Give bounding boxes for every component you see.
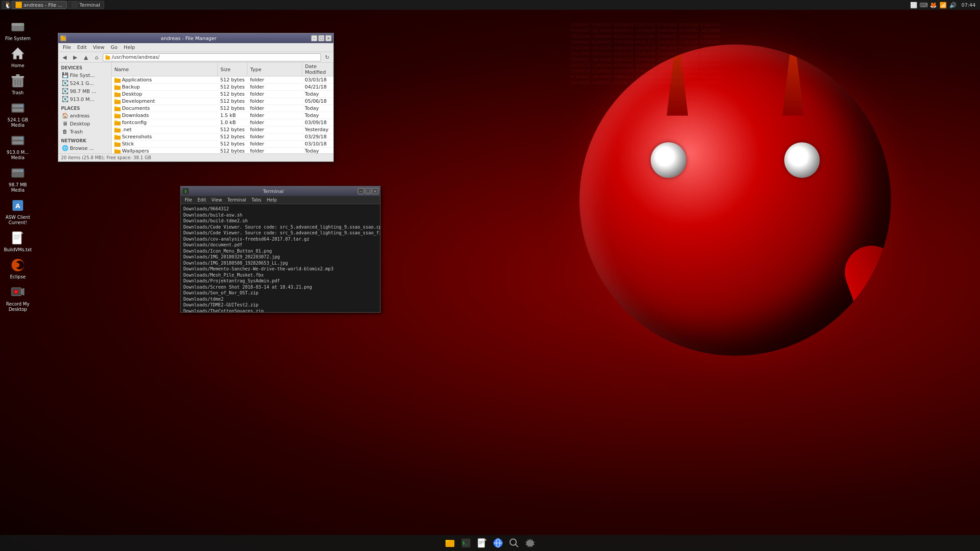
terminal-menu-help[interactable]: Help — [264, 197, 279, 203]
dock-terminal-icon[interactable]: $_ — [460, 537, 472, 549]
terminal-line: Downloads/Screen Shot 2018-03-14 at 10.4… — [183, 284, 377, 290]
dock-browser-icon[interactable] — [492, 537, 504, 549]
svg-rect-44 — [114, 93, 121, 97]
media3-icon — [10, 165, 26, 181]
table-row[interactable]: fontconfig1.0 kBfolder03/09/18 — [112, 119, 333, 126]
close-button[interactable]: × — [325, 35, 332, 41]
clock: 07:44 — [959, 2, 978, 8]
sidebar-filesystem[interactable]: 💾 File Syst... — [58, 71, 111, 79]
location-bar[interactable]: /usr/home/andreas/ — [103, 53, 321, 61]
table-row[interactable]: Wallpapers512 bytesfolderToday — [112, 148, 333, 154]
file-name-cell: Screenshots — [112, 133, 218, 141]
display-settings-icon[interactable]: ⬜ — [910, 1, 918, 9]
sidebar-device-913[interactable]: 💽 913.0 M... — [58, 95, 111, 103]
file-name-cell: .net — [112, 126, 218, 133]
svg-rect-54 — [114, 129, 121, 133]
svg-rect-56 — [114, 136, 121, 140]
col-name[interactable]: Name — [112, 63, 218, 76]
up-button[interactable]: ▲ — [81, 53, 90, 62]
desktop-icon-media1[interactable]: 524.1 GB Media — [2, 98, 34, 130]
svg-rect-61 — [114, 149, 117, 150]
dock-search-icon[interactable] — [508, 537, 520, 549]
table-row[interactable]: Downloads1.5 kBfolderToday — [112, 112, 333, 119]
dock-files-icon[interactable] — [444, 537, 456, 549]
desktop-icon-buildvms[interactable]: BuildVMs.txt — [2, 228, 34, 254]
file-name-cell: Applications — [112, 76, 218, 84]
file-size-cell: 512 bytes — [218, 133, 247, 141]
dock-text-editor-icon[interactable] — [476, 537, 488, 549]
home-label: Home — [11, 63, 24, 68]
taskbar-top: 🐧 andreas - File ... Terminal ⬜ ⌨ 🦊 📶 🔊 … — [0, 0, 980, 10]
network-icon[interactable]: 📶 — [939, 1, 947, 9]
desktop-icon-media3[interactable]: 98.7 MB Media — [2, 163, 34, 195]
file-size-cell: 512 bytes — [218, 76, 247, 84]
asw-client-label: ASW Client Current! — [4, 215, 32, 225]
file-type-cell: folder — [247, 105, 302, 112]
col-type[interactable]: Type — [247, 63, 302, 76]
table-row[interactable]: Documents512 bytesfolderToday — [112, 105, 333, 112]
menu-view[interactable]: View — [90, 44, 107, 51]
sidebar-device-524[interactable]: 💽 524.1 G... — [58, 79, 111, 87]
terminal-menu-view[interactable]: View — [209, 197, 224, 203]
taskbar-top-left: 🐧 andreas - File ... Terminal — [2, 1, 909, 9]
taskbar-bottom: $_ — [0, 535, 980, 551]
home-button[interactable]: ⌂ — [92, 53, 101, 62]
maximize-button[interactable]: □ — [318, 35, 324, 41]
taskbar-file-manager-btn[interactable]: andreas - File ... — [12, 1, 67, 9]
desktop-icon-asw-client[interactable]: A ASW Client Current! — [2, 196, 34, 227]
terminal-menu-file[interactable]: File — [182, 197, 194, 203]
sidebar-network-browse[interactable]: 🌐 Browse ... — [58, 144, 111, 152]
table-row[interactable]: Backup512 bytesfolder04/21/18 — [112, 84, 333, 91]
menu-help[interactable]: Help — [121, 44, 138, 51]
desktop-icon-record-my-desktop[interactable]: Record My Desktop — [2, 282, 34, 314]
statusbar-text: 20 items (25.8 MB); Free space: 38.1 GB — [61, 155, 151, 160]
svg-marker-33 — [21, 288, 24, 295]
terminal-line: Downloads/Icon_Menu_Button_01.png — [183, 248, 377, 254]
terminal-menu-terminal[interactable]: Terminal — [225, 197, 248, 203]
back-button[interactable]: ◀ — [60, 53, 69, 62]
menu-edit[interactable]: Edit — [74, 44, 89, 51]
sidebar-places-desktop[interactable]: 🖥 Desktop — [58, 120, 111, 128]
firefox-icon[interactable]: 🦊 — [929, 1, 937, 9]
desktop-icon-home[interactable]: Home — [2, 44, 34, 70]
desktop-icon-media2[interactable]: 913.0 M... Media — [2, 131, 34, 162]
table-row[interactable]: Development512 bytesfolder05/06/18 — [112, 98, 333, 105]
desktop-icon-trash[interactable]: Trash — [2, 71, 34, 97]
app-menu-button[interactable]: 🐧 — [2, 1, 11, 9]
desktop-icon-eclipse[interactable]: Eclipse — [2, 255, 34, 282]
media1-icon — [10, 100, 26, 116]
file-size-cell: 512 bytes — [218, 148, 247, 154]
keyboard-icon[interactable]: ⌨ — [919, 1, 927, 9]
taskbar-terminal-btn[interactable]: Terminal — [68, 1, 105, 9]
col-size[interactable]: Size — [218, 63, 247, 76]
trash-places-icon: 🗑 — [62, 129, 68, 135]
svg-rect-43 — [114, 85, 117, 86]
minimize-button[interactable]: – — [311, 35, 317, 41]
table-row[interactable]: Desktop512 bytesfolderToday — [112, 91, 333, 98]
file-date-cell: 03/03/18 — [302, 76, 333, 84]
menu-file[interactable]: File — [60, 44, 73, 51]
table-row[interactable]: Screenshots512 bytesfolder03/29/18 — [112, 133, 333, 141]
terminal-maximize-button[interactable]: □ — [365, 188, 371, 194]
table-row[interactable]: Applications512 bytesfolder03/03/18 — [112, 76, 333, 84]
table-row[interactable]: Stick512 bytesfolder03/10/18 — [112, 141, 333, 148]
table-row[interactable]: .net512 bytesfolderYesterday — [112, 126, 333, 133]
volume-icon[interactable]: 🔊 — [949, 1, 957, 9]
sidebar-device-98[interactable]: 💽 98.7 MB ... — [58, 87, 111, 95]
sidebar-places-trash[interactable]: 🗑 Trash — [58, 128, 111, 136]
forward-button[interactable]: ▶ — [71, 53, 80, 62]
reload-button[interactable]: ↻ — [323, 53, 332, 62]
terminal-line: Downloads/IMG_20180329_202203072.jpg — [183, 254, 377, 260]
desktop-icon-filesystem[interactable]: File System — [2, 17, 34, 43]
terminal-close-button[interactable]: × — [372, 188, 378, 194]
media2-icon — [10, 133, 26, 149]
terminal-menu-edit[interactable]: Edit — [195, 197, 208, 203]
terminal-content[interactable]: Downloads/9664312Downloads/build-asw.shD… — [181, 204, 380, 312]
sidebar-places-andreas[interactable]: 🏠 andreas — [58, 112, 111, 120]
terminal-minimize-button[interactable]: – — [358, 188, 364, 194]
dock-settings-icon[interactable] — [524, 537, 536, 549]
menu-go[interactable]: Go — [108, 44, 120, 51]
file-date-cell: Today — [302, 91, 333, 98]
terminal-menu-tabs[interactable]: Tabs — [249, 197, 263, 203]
col-date[interactable]: Date Modified — [302, 63, 333, 76]
